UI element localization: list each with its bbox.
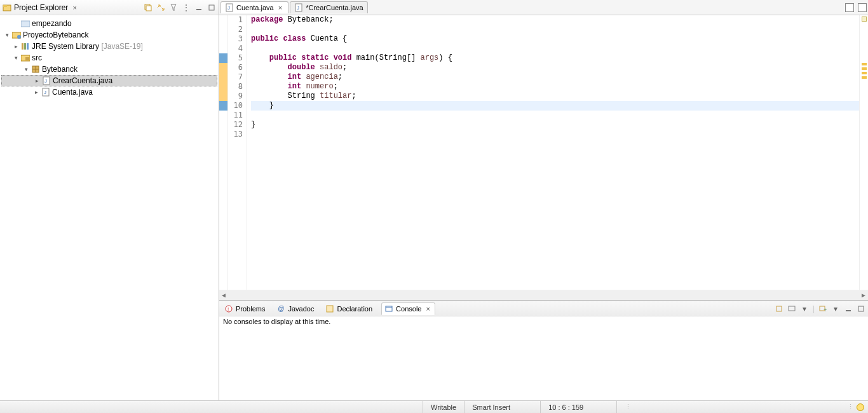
chevron-down-icon[interactable]: ▾ [23, 66, 29, 72]
svg-rect-35 [858, 306, 864, 311]
close-icon[interactable]: × [71, 4, 78, 11]
svg-text:J: J [227, 5, 230, 11]
tab-label: *CrearCuenta.java [306, 4, 363, 11]
tab-javadoc[interactable]: @ Javadoc [274, 303, 316, 315]
svg-text:!: ! [227, 306, 229, 312]
line-gutter: 12345678910111213 [228, 15, 247, 290]
close-icon[interactable]: × [424, 305, 431, 313]
svg-rect-3 [146, 6, 151, 11]
tree-item-empezando[interactable]: empezando [1, 18, 217, 29]
tree-item-cuenta[interactable]: ▸ J Cuenta.java [1, 86, 217, 98]
tree-item-crearcuenta[interactable]: ▸ J CrearCuenta.java [1, 75, 217, 86]
scroll-left-icon[interactable]: ◄ [219, 292, 228, 299]
source-folder-icon [21, 53, 30, 62]
tab-problems[interactable]: ! Problems [222, 303, 268, 315]
tab-label: Cuenta.java [236, 4, 274, 11]
minimize-icon[interactable] [194, 3, 203, 12]
tree-item-proyecto[interactable]: ▾ ProyectoBytebanck [1, 29, 217, 41]
tab-declaration[interactable]: Declaration [323, 303, 375, 315]
tree-item-src[interactable]: ▾ src [1, 52, 217, 64]
svg-rect-34 [846, 310, 851, 311]
svg-rect-11 [27, 43, 29, 50]
code-body[interactable]: package Bytebanck; public class Cuenta {… [247, 15, 859, 290]
svg-rect-4 [196, 9, 201, 10]
project-explorer-panel: Project Explorer × ⋮ empezando ▾ Pro [0, 0, 219, 400]
minimize-icon[interactable] [845, 3, 854, 12]
status-bar: Writable Smart Insert 10 : 6 : 159 ⋮ ⋮ [0, 400, 868, 413]
horizontal-scrollbar[interactable]: ◄ ► [219, 290, 868, 300]
code-editor[interactable]: 12345678910111213 package Bytebanck; pub… [219, 15, 868, 290]
java-file-icon: J [42, 76, 51, 85]
svg-point-8 [17, 35, 21, 39]
bottom-panel: ! Problems @ Javadoc Declaration Console… [219, 300, 868, 400]
new-console-icon[interactable]: + [818, 304, 827, 313]
svg-rect-1 [3, 5, 7, 7]
maximize-icon[interactable] [207, 3, 216, 12]
fold-marker[interactable] [219, 53, 227, 63]
warning-marker[interactable] [219, 72, 227, 82]
chevron-down-icon[interactable]: ▾ [4, 32, 10, 38]
minimize-icon[interactable] [844, 304, 853, 313]
collapse-all-icon[interactable] [144, 3, 153, 12]
svg-text:J: J [44, 78, 47, 84]
status-insert-mode: Smart Insert [464, 401, 540, 413]
scroll-right-icon[interactable]: ► [859, 292, 868, 299]
javadoc-icon: @ [276, 304, 285, 313]
console-icon [384, 304, 393, 313]
chevron-right-icon[interactable]: ▸ [13, 43, 19, 50]
folder-icon [21, 19, 30, 28]
svg-rect-30 [776, 306, 782, 311]
editor-tab-bar: J Cuenta.java × J *CrearCuenta.java [219, 0, 868, 15]
link-editor-icon[interactable] [156, 3, 165, 12]
more-icon[interactable]: ⋮ [625, 403, 632, 411]
project-tree[interactable]: empezando ▾ ProyectoBytebanck ▸ JRE Syst… [0, 15, 219, 100]
dropdown-icon[interactable]: ▾ [800, 304, 809, 313]
pin-console-icon[interactable] [775, 304, 783, 313]
java-file-icon: J [225, 3, 234, 12]
svg-rect-31 [789, 306, 795, 311]
warning-marker[interactable] [219, 91, 227, 101]
svg-text:J: J [297, 5, 299, 11]
tab-crearcuenta[interactable]: J *CrearCuenta.java [290, 1, 368, 13]
close-icon[interactable]: × [276, 4, 284, 11]
svg-rect-10 [24, 43, 26, 50]
status-writable: Writable [423, 401, 464, 413]
chevron-down-icon[interactable]: ▾ [13, 55, 19, 61]
maximize-icon[interactable] [858, 3, 867, 12]
svg-rect-9 [22, 43, 24, 50]
warning-marker[interactable] [219, 82, 227, 91]
maximize-icon[interactable] [857, 304, 865, 313]
tab-cuenta[interactable]: J Cuenta.java × [220, 1, 288, 13]
chevron-right-icon[interactable]: ▸ [34, 78, 40, 84]
tab-console[interactable]: Console × [381, 302, 435, 315]
view-menu-icon[interactable]: ⋮ [182, 3, 191, 12]
chevron-right-icon[interactable]: ▸ [33, 89, 39, 95]
java-file-icon: J [294, 3, 303, 12]
overview-ruler[interactable] [859, 15, 868, 290]
warning-marker[interactable] [219, 63, 227, 72]
bottom-tab-bar: ! Problems @ Javadoc Declaration Console… [219, 301, 868, 316]
svg-rect-13 [25, 57, 29, 60]
package-icon [31, 65, 40, 74]
more-icon[interactable]: ⋮ [847, 403, 857, 411]
tree-item-jre[interactable]: ▸ JRE System Library [JavaSE-19] [1, 41, 217, 52]
library-icon [21, 42, 30, 51]
tip-bulb-icon[interactable] [857, 403, 864, 411]
problems-icon: ! [224, 304, 233, 313]
marker-strip [219, 15, 228, 290]
project-explorer-icon [3, 3, 11, 12]
console-body: No consoles to display at this time. [219, 316, 868, 400]
display-console-icon[interactable] [787, 304, 796, 313]
filter-icon[interactable] [169, 3, 178, 12]
svg-text:+: + [824, 307, 827, 313]
svg-rect-5 [209, 5, 214, 10]
fold-marker[interactable] [219, 101, 227, 111]
dropdown-icon[interactable]: ▾ [831, 304, 840, 313]
svg-rect-27 [327, 306, 333, 312]
tree-item-package[interactable]: ▾ Bytebanck [1, 64, 217, 75]
java-file-icon: J [41, 88, 50, 97]
svg-text:J: J [44, 90, 46, 95]
declaration-icon [325, 304, 334, 313]
console-message: No consoles to display at this time. [223, 318, 330, 325]
svg-rect-6 [21, 21, 30, 27]
